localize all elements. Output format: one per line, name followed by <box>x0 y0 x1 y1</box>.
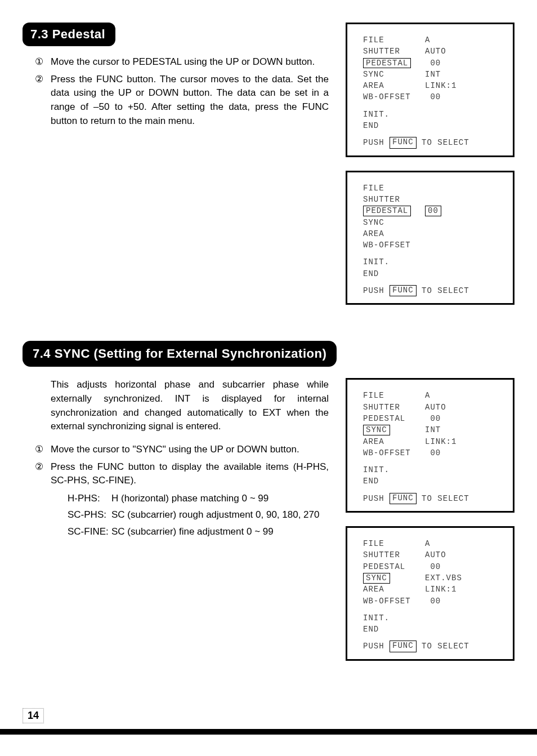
step-marker-1: ① <box>35 443 43 457</box>
def-label: H-PHS: <box>68 491 111 506</box>
label-end: END <box>363 624 379 635</box>
step-2: ② Press the FUNC button to display the a… <box>51 460 329 488</box>
label-init: INIT. <box>363 464 390 475</box>
label-shutter: SHUTTER <box>363 194 425 205</box>
menu-panel-2: FILE SHUTTER PEDESTAL00 SYNC AREA WB-OFF… <box>346 171 514 305</box>
label-pedestal: PEDESTAL <box>363 561 425 572</box>
label-sync: SYNC <box>363 217 425 228</box>
highlight-pedestal: PEDESTAL <box>363 206 411 216</box>
value-pedestal: 00 <box>425 561 502 572</box>
value-wboffset: 00 <box>425 91 502 103</box>
menu-panel-3: FILEA SHUTTERAUTO PEDESTAL 00 SYNCINT AR… <box>346 378 514 513</box>
definitions-list: H-PHS: H (horizontal) phase matching 0 ~… <box>23 491 329 539</box>
highlight-pedestal: PEDESTAL <box>363 58 411 69</box>
label-file: FILE <box>363 183 425 194</box>
body-7-4: This adjusts horizontal phase and subcar… <box>23 378 329 434</box>
value-sync: INT <box>425 424 502 435</box>
push-func-row: PUSH FUNC TO SELECT <box>363 641 502 652</box>
value-shutter: AUTO <box>425 549 502 561</box>
label-file: FILE <box>363 538 425 549</box>
step-2-text: Press the FUNC button to display the ava… <box>51 461 329 486</box>
value-sync: INT <box>425 69 502 80</box>
section-header-7-4: 7.4 SYNC (Setting for External Synchroni… <box>23 341 337 367</box>
value-area: LINK:1 <box>425 80 502 91</box>
label-end: END <box>363 120 379 131</box>
func-box: FUNC <box>390 285 417 296</box>
step-2: ② Press the FUNC button. The cursor move… <box>51 73 329 128</box>
value-wboffset: 00 <box>425 595 502 607</box>
value-wboffset: 00 <box>425 447 502 459</box>
menu-panel-1: FILEA SHUTTERAUTO PEDESTAL 00 SYNCINT AR… <box>346 23 514 157</box>
label-area: AREA <box>363 436 425 447</box>
value-file: A <box>425 34 502 46</box>
label-shutter: SHUTTER <box>363 402 425 413</box>
label-wboffset: WB-OFFSET <box>363 91 425 103</box>
label-wboffset: WB-OFFSET <box>363 447 425 459</box>
label-end: END <box>363 475 379 487</box>
value-shutter: AUTO <box>425 402 502 413</box>
step-list-7-4: ① Move the cursor to "SYNC" using the UP… <box>23 443 329 488</box>
step-1-text: Move the cursor to PEDESTAL using the UP… <box>51 56 315 67</box>
label-shutter: SHUTTER <box>363 549 425 561</box>
push-func-row: PUSH FUNC TO SELECT <box>363 285 502 296</box>
label-sync: SYNC <box>363 424 425 435</box>
highlight-sync: SYNC <box>363 425 390 435</box>
value-sync: EXT.VBS <box>425 572 502 584</box>
def-value: SC (subcarrier) fine adjustment 0 ~ 99 <box>111 524 329 539</box>
step-1: ① Move the cursor to PEDESTAL using the … <box>51 55 329 69</box>
func-box: FUNC <box>390 493 417 504</box>
highlight-pedestal-value: 00 <box>425 206 441 216</box>
label-init: INIT. <box>363 256 390 268</box>
func-box: FUNC <box>390 137 417 148</box>
label-sync: SYNC <box>363 572 425 584</box>
label-pedestal: PEDESTAL <box>363 205 425 216</box>
label-file: FILE <box>363 34 425 46</box>
step-1-text: Move the cursor to "SYNC" using the UP o… <box>51 444 299 455</box>
label-init: INIT. <box>363 109 390 120</box>
label-pedestal: PEDESTAL <box>363 413 425 424</box>
label-area: AREA <box>363 584 425 595</box>
label-file: FILE <box>363 390 425 401</box>
section-header-7-3: 7.3 Pedestal <box>23 23 115 46</box>
section-7-3: 7.3 Pedestal ① Move the cursor to PEDEST… <box>23 23 514 318</box>
def-label: SC-PHS: <box>68 508 111 522</box>
step-1: ① Move the cursor to "SYNC" using the UP… <box>51 443 329 457</box>
value-pedestal: 00 <box>425 205 502 216</box>
def-value: H (horizontal) phase matching 0 ~ 99 <box>111 491 329 506</box>
def-hphs: H-PHS: H (horizontal) phase matching 0 ~… <box>68 491 329 506</box>
label-init: INIT. <box>363 612 390 624</box>
label-wboffset: WB-OFFSET <box>363 595 425 607</box>
push-func-row: PUSH FUNC TO SELECT <box>363 493 502 504</box>
step-list-7-3: ① Move the cursor to PEDESTAL using the … <box>23 55 329 128</box>
value-pedestal: 00 <box>425 57 502 69</box>
def-value: SC (subcarrier) rough adjustment 0, 90, … <box>111 508 329 522</box>
step-marker-2: ② <box>35 73 43 87</box>
value-area: LINK:1 <box>425 584 502 595</box>
menu-panel-4: FILEA SHUTTERAUTO PEDESTAL 00 SYNCEXT.VB… <box>346 526 514 661</box>
label-end: END <box>363 268 379 279</box>
label-area: AREA <box>363 80 425 91</box>
label-area: AREA <box>363 228 425 239</box>
value-shutter: AUTO <box>425 46 502 57</box>
def-label: SC-FINE: <box>68 524 111 539</box>
section-7-4: This adjusts horizontal phase and subcar… <box>23 378 514 674</box>
value-file: A <box>425 390 502 401</box>
label-wboffset: WB-OFFSET <box>363 239 425 251</box>
highlight-sync: SYNC <box>363 573 390 584</box>
page-number: 14 <box>23 708 44 723</box>
step-2-text: Press the FUNC button. The cursor moves … <box>51 74 329 126</box>
label-sync: SYNC <box>363 69 425 80</box>
value-file: A <box>425 538 502 549</box>
label-shutter: SHUTTER <box>363 46 425 57</box>
step-marker-1: ① <box>35 55 43 69</box>
value-pedestal: 00 <box>425 413 502 424</box>
push-func-row: PUSH FUNC TO SELECT <box>363 137 502 148</box>
func-box: FUNC <box>390 641 417 652</box>
footer-bar <box>0 729 537 735</box>
def-scphs: SC-PHS: SC (subcarrier) rough adjustment… <box>68 508 329 522</box>
step-marker-2: ② <box>35 460 43 474</box>
value-area: LINK:1 <box>425 436 502 447</box>
def-scfine: SC-FINE: SC (subcarrier) fine adjustment… <box>68 524 329 539</box>
label-pedestal: PEDESTAL <box>363 57 425 69</box>
